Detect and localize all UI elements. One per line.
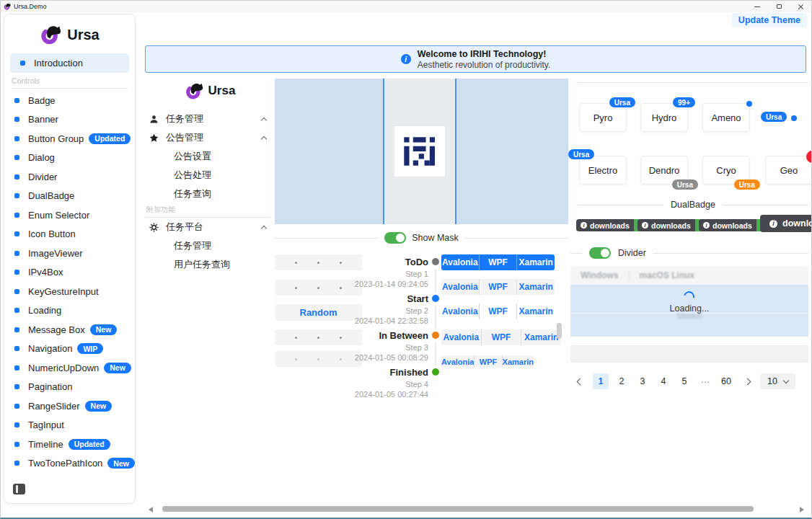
page-button-60[interactable]: 60	[718, 373, 734, 389]
status-badge: Updated	[69, 439, 110, 450]
bullet-icon	[14, 422, 19, 427]
avalonia-button[interactable]: Avalonia	[441, 254, 479, 270]
sidebar-item-imageviewer[interactable]: ImageViewer	[4, 244, 135, 263]
sidebar-brand: Ursa	[4, 24, 135, 45]
avalonia-button[interactable]: Avalonia	[441, 303, 479, 319]
sidebar-item-navigation[interactable]: NavigationWIP	[4, 340, 135, 359]
chevron-up-icon	[261, 117, 267, 123]
sidebar-item-banner[interactable]: Banner	[4, 110, 135, 130]
sidebar-item-keygestureinput[interactable]: KeyGestureInput	[4, 282, 135, 301]
sidebar-item-dualbadge[interactable]: DualBadge	[4, 187, 135, 206]
bullet-icon	[14, 193, 19, 198]
avalonia-button[interactable]: Avalonia	[441, 355, 474, 368]
avalonia-button[interactable]: Avalonia	[441, 329, 481, 345]
wpf-button[interactable]: WPF	[474, 355, 501, 368]
page-button-2[interactable]: 2	[614, 373, 630, 389]
menu-item-announcement-handling[interactable]: 公告处理	[145, 166, 275, 185]
dualbadge-left: idownloads	[576, 219, 634, 231]
pagination: 1 2 3 4 5 ⋯ 60 10	[572, 373, 795, 389]
banner-title: Welcome to IRIHI Technology!	[418, 49, 551, 59]
bullet-icon	[14, 461, 19, 466]
menu-group-task-platform[interactable]: 任务平台	[145, 218, 275, 236]
timeline-connector	[435, 269, 436, 292]
menu-item-user-task-query[interactable]: 用户任务查询	[145, 255, 275, 274]
wpf-button[interactable]: WPF	[479, 303, 517, 319]
ursa-badge-orange: Ursa	[734, 179, 760, 190]
timeline-connector	[435, 342, 436, 365]
page-size-select[interactable]: 10	[760, 373, 795, 389]
xamarin-button[interactable]: Xamarin	[516, 254, 555, 270]
wpf-button[interactable]: WPF	[479, 279, 517, 295]
sidebar-item-pagination[interactable]: Pagination	[4, 378, 135, 397]
sidebar-item-twotonepathicon[interactable]: TwoTonePathIconNew	[4, 454, 135, 474]
sidebar-item-label: Divider	[28, 172, 57, 182]
page-button-4[interactable]: 4	[656, 373, 671, 389]
dualbadge-left: idownloads	[637, 219, 695, 231]
menu-item-label: 任务查询	[174, 187, 211, 200]
close-button[interactable]	[790, 1, 811, 12]
person-icon	[149, 115, 159, 124]
image-viewer[interactable]	[275, 79, 568, 224]
vertical-scrollbar-thumb[interactable]	[557, 323, 562, 339]
sidebar-item-icon-button[interactable]: Icon Button	[4, 225, 135, 244]
sidebar-item-label: Icon Button	[28, 229, 76, 239]
divider-demo-label: Divider	[618, 248, 646, 258]
sidebar-collapse-icon[interactable]	[13, 484, 25, 494]
prev-page-button[interactable]	[572, 373, 588, 389]
bullet-icon	[14, 346, 19, 351]
sidebar-item-label: IPv4Box	[28, 267, 63, 278]
menu-item-task-query[interactable]: 任务查询	[145, 185, 275, 203]
menu-group-task-management[interactable]: 任务管理	[145, 110, 275, 128]
sidebar-item-label: Enum Selector	[28, 210, 89, 221]
horizontal-scrollbar-thumb[interactable]	[162, 506, 754, 512]
bullet-icon	[14, 136, 19, 141]
timeline-entry: ToDo Step 1 2023-01-14 09:24:05	[338, 257, 428, 288]
tab-windows: Windows	[570, 270, 629, 281]
page-button-3[interactable]: 3	[635, 373, 650, 389]
sidebar-item-ipv4box[interactable]: IPv4Box	[4, 263, 135, 283]
update-theme-button[interactable]: Update Theme	[732, 13, 807, 27]
sidebar-item-timeline[interactable]: TimelineUpdated	[4, 435, 135, 454]
wpf-button[interactable]: WPF	[479, 254, 517, 270]
menu-group-label: 任务平台	[166, 221, 203, 234]
image-viewer-unmasked-region	[383, 79, 456, 224]
scroll-right-arrow-icon[interactable]	[800, 507, 804, 513]
menu-item-task-management[interactable]: 任务管理	[145, 236, 275, 255]
sidebar-item-divider[interactable]: Divider	[4, 167, 135, 187]
xamarin-button[interactable]: Xamarin	[502, 355, 534, 368]
sidebar-item-introduction[interactable]: Introduction	[10, 53, 129, 73]
sidebar-item-rangeslider[interactable]: RangeSliderNew	[4, 396, 135, 416]
maximize-button[interactable]	[768, 1, 790, 12]
minimize-button[interactable]	[746, 1, 768, 12]
page-button-1[interactable]: 1	[593, 373, 609, 389]
menu-item-announcement-settings[interactable]: 公告设置	[145, 147, 275, 166]
xamarin-button[interactable]: Xamarin	[521, 329, 561, 345]
sidebar-item-button-group[interactable]: Button GroupUpdated	[4, 129, 135, 148]
next-page-button[interactable]	[739, 373, 755, 389]
sidebar-item-message-box[interactable]: Message BoxNew	[4, 320, 135, 340]
maximize-icon	[777, 4, 782, 9]
sidebar-item-label: Navigation	[28, 343, 72, 354]
sidebar-item-taginput[interactable]: TagInput	[4, 416, 135, 435]
show-mask-toggle[interactable]	[384, 232, 406, 244]
dualbadge-left: idownloads	[699, 219, 756, 231]
avalonia-button[interactable]: Avalonia	[441, 279, 479, 295]
wpf-button[interactable]: WPF	[481, 329, 521, 345]
card-label: Cryo	[716, 165, 736, 176]
xamarin-button[interactable]: Xamarin	[516, 279, 555, 295]
sidebar-item-badge[interactable]: Badge	[4, 91, 135, 110]
divider-line	[275, 238, 379, 239]
sidebar-item-loading[interactable]: Loading	[4, 301, 135, 321]
page-button-5[interactable]: 5	[676, 373, 692, 389]
welcome-banner: i Welcome to IRIHI Technology! Aesthetic…	[145, 45, 806, 73]
titlebar: Ursa.Demo	[1, 1, 811, 12]
sidebar-item-dialog[interactable]: Dialog	[4, 148, 135, 168]
page-ellipsis[interactable]: ⋯	[697, 373, 713, 389]
scroll-left-arrow-icon[interactable]	[149, 507, 153, 513]
sidebar-item-enum-selector[interactable]: Enum Selector	[4, 205, 135, 225]
xamarin-button[interactable]: Xamarin	[516, 303, 555, 319]
window-controls	[746, 1, 811, 12]
sidebar-item-numericupdown[interactable]: NumericUpDownNew	[4, 358, 135, 378]
menu-group-announcement[interactable]: 公告管理	[145, 128, 275, 147]
divider-toggle[interactable]	[589, 247, 611, 259]
